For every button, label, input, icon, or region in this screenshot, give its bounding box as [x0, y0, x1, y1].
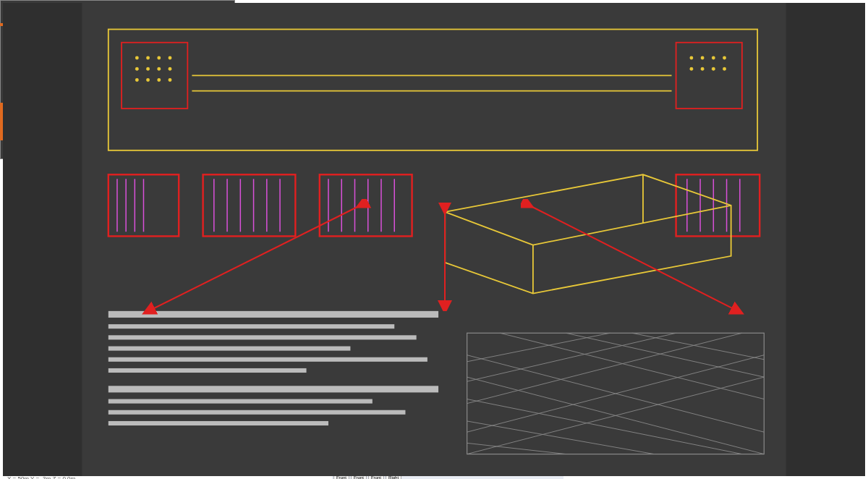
arrow-top-to-bottomleft: [137, 199, 376, 322]
svg-point-32: [701, 67, 705, 71]
svg-point-24: [146, 78, 150, 82]
svg-rect-72: [109, 410, 406, 415]
svg-point-15: [135, 56, 139, 60]
svg-point-34: [723, 67, 726, 71]
svg-rect-67: [109, 347, 351, 351]
svg-point-30: [723, 56, 726, 60]
svg-point-18: [169, 56, 172, 60]
svg-rect-70: [109, 386, 438, 392]
svg-point-31: [689, 67, 693, 71]
svg-point-27: [689, 56, 693, 60]
svg-point-19: [135, 67, 139, 71]
svg-point-23: [135, 78, 139, 82]
svg-point-28: [701, 56, 705, 60]
svg-point-29: [712, 56, 715, 60]
svg-point-26: [169, 78, 172, 82]
svg-point-25: [157, 78, 161, 82]
svg-rect-66: [109, 335, 417, 339]
svg-rect-65: [109, 324, 394, 328]
svg-point-22: [169, 67, 172, 71]
svg-point-20: [146, 67, 150, 71]
svg-point-33: [712, 67, 715, 71]
svg-rect-73: [109, 421, 328, 425]
svg-rect-68: [109, 357, 427, 362]
arrow-top-to-bottomcenter: [438, 203, 452, 311]
svg-rect-71: [109, 399, 373, 404]
svg-point-16: [146, 56, 150, 60]
svg-point-17: [157, 56, 161, 60]
svg-rect-69: [109, 368, 307, 373]
svg-point-21: [157, 67, 161, 71]
svg-line-90: [528, 205, 738, 311]
cad-drawing-window: [0, 0, 235, 159]
arrow-top-to-bottomright: [521, 199, 752, 322]
svg-line-88: [148, 205, 362, 311]
